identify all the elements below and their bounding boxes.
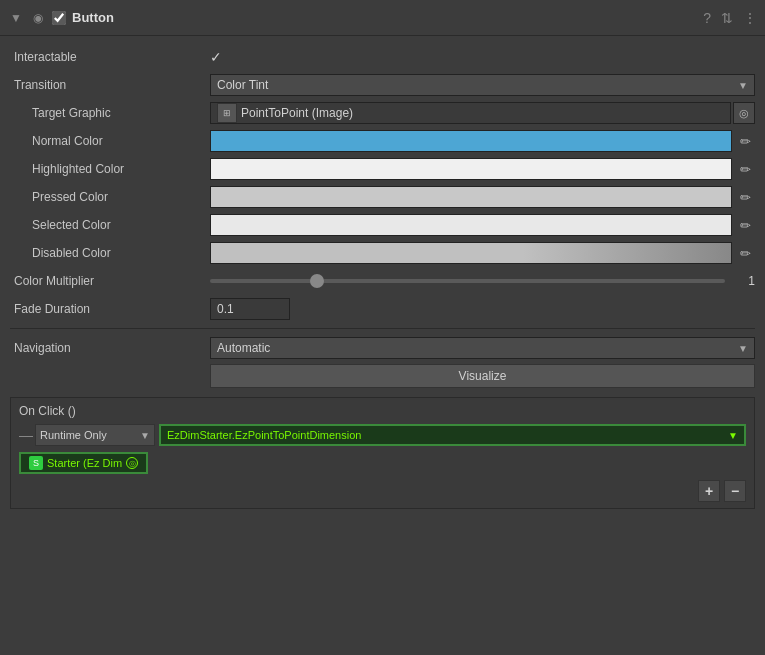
disabled-color-row: Disabled Color ✏: [10, 240, 755, 266]
green-method-dropdown[interactable]: EzDimStarter.EzPointToPointDimension ▼: [159, 424, 746, 446]
interactable-value: ✓: [210, 49, 755, 65]
disabled-color-label: Disabled Color: [10, 246, 210, 260]
onclick-section: On Click () — Runtime Only ▼ EzDimStarte…: [10, 397, 755, 509]
enabled-checkbox[interactable]: [52, 11, 66, 25]
highlighted-color-row-inner: ✏: [210, 158, 755, 180]
add-button[interactable]: +: [698, 480, 720, 502]
highlighted-color-swatch[interactable]: [210, 158, 732, 180]
onclick-main-row: — Runtime Only ▼ EzDimStarter.EzPointToP…: [19, 424, 746, 446]
runtime-dropdown-text: Runtime Only: [40, 429, 107, 441]
navigation-dropdown[interactable]: Automatic ▼: [210, 337, 755, 359]
normal-color-fill: [211, 131, 731, 151]
navigation-value: Automatic ▼: [210, 337, 755, 359]
onclick-header: On Click (): [19, 404, 746, 418]
transition-row: Transition Color Tint ▼: [10, 72, 755, 98]
transition-dropdown[interactable]: Color Tint ▼: [210, 74, 755, 96]
navigation-label: Navigation: [10, 341, 210, 355]
more-icon[interactable]: ⋮: [743, 10, 757, 26]
interactable-row: Interactable ✓: [10, 44, 755, 70]
color-multiplier-value: 1: [210, 274, 755, 288]
target-circle-button[interactable]: ◎: [733, 102, 755, 124]
target-graphic-text: PointToPoint (Image): [241, 106, 353, 120]
disabled-color-value: ✏: [210, 242, 755, 264]
starter-item[interactable]: S Starter (Ez Dim ◎: [19, 452, 148, 474]
pressed-color-row: Pressed Color ✏: [10, 184, 755, 210]
component-title: Button: [72, 10, 114, 25]
normal-color-label: Normal Color: [10, 134, 210, 148]
normal-color-row: Normal Color ✏: [10, 128, 755, 154]
green-method-text: EzDimStarter.EzPointToPointDimension: [167, 429, 361, 441]
fade-duration-value: [210, 298, 755, 320]
transition-label: Transition: [10, 78, 210, 92]
starter-label: Starter (Ez Dim: [47, 457, 122, 469]
pressed-color-swatch[interactable]: [210, 186, 732, 208]
pressed-color-label: Pressed Color: [10, 190, 210, 204]
selected-color-row: Selected Color ✏: [10, 212, 755, 238]
interactable-label: Interactable: [10, 50, 210, 64]
target-graphic-field[interactable]: ⊞ PointToPoint (Image): [210, 102, 731, 124]
color-multiplier-label: Color Multiplier: [10, 274, 210, 288]
starter-icon: S: [29, 456, 43, 470]
remove-button[interactable]: −: [724, 480, 746, 502]
color-multiplier-slider[interactable]: [210, 279, 725, 283]
fade-duration-input[interactable]: [210, 298, 290, 320]
selected-color-fill: [211, 215, 731, 235]
component-header: ▼ ◉ Button ? ⇅ ⋮: [0, 0, 765, 36]
selected-color-picker-icon[interactable]: ✏: [735, 215, 755, 235]
selected-color-swatch[interactable]: [210, 214, 732, 236]
component-content: Interactable ✓ Transition Color Tint ▼ T…: [0, 36, 765, 517]
normal-color-value: ✏: [210, 130, 755, 152]
dash-indicator: —: [19, 427, 31, 443]
visualize-value: Visualize: [210, 364, 755, 388]
visualize-button[interactable]: Visualize: [210, 364, 755, 388]
color-multiplier-row: Color Multiplier 1: [10, 268, 755, 294]
target-graphic-row: Target Graphic ⊞ PointToPoint (Image) ◎: [10, 100, 755, 126]
target-graphic-label: Target Graphic: [10, 106, 210, 120]
highlighted-color-picker-icon[interactable]: ✏: [735, 159, 755, 179]
normal-color-row-inner: ✏: [210, 130, 755, 152]
divider-1: [10, 328, 755, 329]
selected-color-value: ✏: [210, 214, 755, 236]
target-graphic-value: ⊞ PointToPoint (Image) ◎: [210, 102, 755, 124]
runtime-dropdown-arrow-icon: ▼: [140, 430, 150, 441]
header-right: ? ⇅ ⋮: [703, 10, 757, 26]
disabled-color-fill: [211, 243, 731, 263]
target-field-icon: ⊞: [217, 103, 237, 123]
selected-color-row-inner: ✏: [210, 214, 755, 236]
highlighted-color-label: Highlighted Color: [10, 162, 210, 176]
fade-duration-row: Fade Duration: [10, 296, 755, 322]
normal-color-swatch[interactable]: [210, 130, 732, 152]
navigation-dropdown-text: Automatic: [217, 341, 270, 355]
selected-color-label: Selected Color: [10, 218, 210, 232]
help-icon[interactable]: ?: [703, 10, 711, 26]
pressed-color-picker-icon[interactable]: ✏: [735, 187, 755, 207]
normal-color-picker-icon[interactable]: ✏: [735, 131, 755, 151]
slider-wrap: 1: [210, 274, 755, 288]
starter-circle-icon: ◎: [126, 457, 138, 469]
transition-value: Color Tint ▼: [210, 74, 755, 96]
runtime-dropdown[interactable]: Runtime Only ▼: [35, 424, 155, 446]
collapse-icon[interactable]: ▼: [8, 10, 24, 26]
header-left: ▼ ◉ Button: [8, 10, 703, 26]
highlighted-color-value: ✏: [210, 158, 755, 180]
highlighted-color-row: Highlighted Color ✏: [10, 156, 755, 182]
disabled-color-swatch[interactable]: [210, 242, 732, 264]
highlighted-color-fill: [211, 159, 731, 179]
pressed-color-row-inner: ✏: [210, 186, 755, 208]
fade-duration-label: Fade Duration: [10, 302, 210, 316]
bottom-row: + −: [19, 480, 746, 502]
disabled-color-picker-icon[interactable]: ✏: [735, 243, 755, 263]
settings-icon[interactable]: ⇅: [721, 10, 733, 26]
navigation-row: Navigation Automatic ▼: [10, 335, 755, 361]
pressed-color-value: ✏: [210, 186, 755, 208]
transition-dropdown-text: Color Tint: [217, 78, 268, 92]
interactable-check[interactable]: ✓: [210, 49, 222, 65]
visualize-row: Visualize: [10, 363, 755, 389]
disabled-color-row-inner: ✏: [210, 242, 755, 264]
visibility-icon[interactable]: ◉: [30, 10, 46, 26]
color-multiplier-number: 1: [731, 274, 755, 288]
dropdown-arrow-icon: ▼: [738, 80, 748, 91]
green-dropdown-arrow-icon: ▼: [728, 430, 738, 441]
nav-dropdown-arrow-icon: ▼: [738, 343, 748, 354]
pressed-color-fill: [211, 187, 731, 207]
